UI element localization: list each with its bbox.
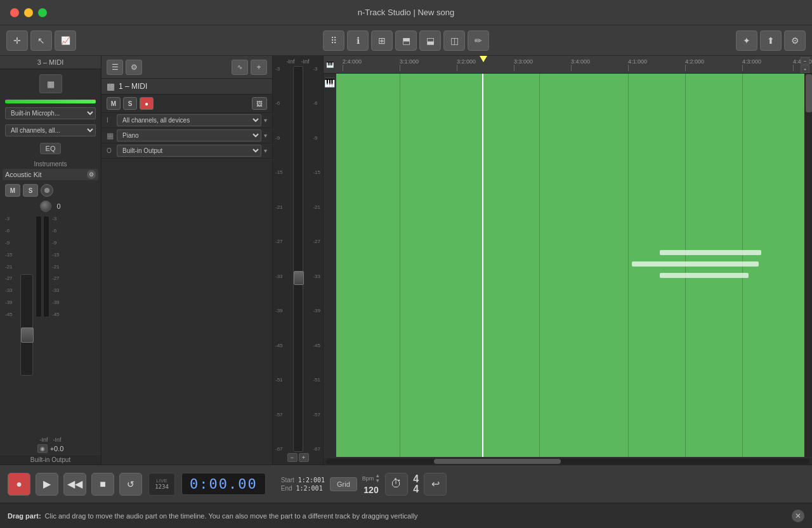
- tick-2: [400, 65, 400, 71]
- select-tool-button[interactable]: ↖: [30, 30, 52, 51]
- metronome-button[interactable]: ⏱: [385, 473, 408, 496]
- vu-scale-r21: -21: [52, 264, 65, 270]
- settings2-button[interactable]: ⚙: [126, 60, 142, 75]
- vu-scale-21: -21: [5, 264, 18, 270]
- side-fader-track[interactable]: [293, 66, 303, 452]
- side-fader-thumb[interactable]: [294, 271, 304, 285]
- minimize-button[interactable]: [24, 8, 33, 17]
- maximize-button[interactable]: [38, 8, 47, 17]
- status-close-button[interactable]: ✕: [792, 510, 804, 522]
- close-button[interactable]: [10, 8, 19, 17]
- hscroll-thumb[interactable]: [434, 459, 561, 464]
- timeline-zoom-plus[interactable]: +: [801, 65, 809, 73]
- side-scale-2: -6: [275, 100, 283, 106]
- solo-button[interactable]: S: [23, 184, 38, 197]
- marker-2: 3:1:000: [400, 58, 419, 65]
- channel-row: I All channels, all devices ▾: [102, 113, 272, 128]
- waveform-button[interactable]: ∿: [232, 60, 248, 75]
- track-title: 1 – MIDI: [119, 82, 147, 91]
- note-grid[interactable]: [336, 74, 812, 457]
- filter-button[interactable]: ☰: [107, 60, 123, 75]
- stop-button[interactable]: ■: [91, 473, 114, 496]
- vu-scale-r15: -15: [52, 252, 65, 258]
- tick-9: [793, 65, 794, 71]
- grid-button[interactable]: ⊞: [371, 30, 393, 51]
- track-record-button[interactable]: ●: [140, 97, 154, 110]
- track-solo-button[interactable]: S: [123, 97, 137, 110]
- track-mute-button[interactable]: M: [107, 97, 121, 110]
- volume-knob[interactable]: [40, 201, 51, 212]
- output-select[interactable]: Built-in Output: [117, 145, 261, 157]
- end-row: End 1:2:001: [281, 485, 325, 492]
- add-track-button[interactable]: +: [251, 60, 267, 75]
- rewind-button[interactable]: ◀◀: [63, 473, 86, 496]
- side-scale-1: -3: [275, 66, 283, 72]
- vscroll-track[interactable]: [804, 74, 812, 457]
- vu-scale-r6: -6: [52, 228, 65, 234]
- settings-button[interactable]: ⚙: [784, 30, 806, 51]
- volume-value: 0: [56, 201, 60, 212]
- track-image-button[interactable]: 🖼: [252, 97, 267, 110]
- side-scale-r11: -57: [313, 412, 320, 418]
- channel-select[interactable]: All channels, all...: [5, 124, 96, 136]
- mute-solo-row: M S: [0, 182, 101, 199]
- pen-button[interactable]: ✏: [468, 30, 489, 51]
- tick-6: [628, 65, 629, 71]
- piano-roll-content: 🎹: [324, 74, 812, 457]
- main-toolbar: ✛ ↖ 📈 ⠿ ℹ ⊞ ⬒ ⬓ ◫ ✏ ✦ ⬆: [0, 25, 812, 56]
- record-button[interactable]: ●: [8, 473, 30, 496]
- db-inf-left: -Inf: [39, 437, 48, 443]
- draw-tool-button[interactable]: 📈: [55, 30, 76, 51]
- piano-select[interactable]: Piano: [117, 129, 261, 142]
- all-channels-select[interactable]: All channels, all devices: [117, 114, 261, 126]
- stop-icon: ■: [100, 478, 106, 490]
- fader-track[interactable]: [20, 274, 33, 376]
- export-button[interactable]: ⬆: [760, 30, 782, 51]
- clip-button[interactable]: ⬒: [395, 30, 417, 51]
- info-button[interactable]: ℹ: [347, 30, 369, 51]
- acoustic-kit-gear-button[interactable]: ⚙: [87, 170, 96, 179]
- input-device-select[interactable]: Built-in Microph...: [5, 107, 96, 119]
- mixer-icon: ⠿: [331, 36, 337, 46]
- play-icon: ▶: [43, 478, 51, 490]
- zoom-minus-button[interactable]: −: [287, 453, 298, 462]
- window-controls: [10, 8, 47, 17]
- bpm-section: Bpm ▲ ▼ 120: [362, 473, 380, 495]
- vscroll-thumb[interactable]: [806, 74, 812, 112]
- timeline-ruler[interactable]: 2:4:000 3:1:000 3:2:000 3:3:000 3:4:000 …: [336, 56, 812, 73]
- timeline-zoom-minus[interactable]: −: [801, 57, 809, 65]
- grid-snap-button[interactable]: Grid: [330, 477, 357, 491]
- mixer-button[interactable]: ⠿: [323, 30, 344, 51]
- vu-scale-r33: -33: [52, 287, 65, 293]
- bpm-value[interactable]: 120: [363, 485, 378, 495]
- tools2-button[interactable]: ⬓: [419, 30, 441, 51]
- fader-thumb[interactable]: [21, 327, 34, 343]
- mute-button[interactable]: M: [5, 184, 20, 197]
- vu-side-label-1: -Inf: [286, 58, 294, 65]
- connect-button[interactable]: ✦: [736, 30, 757, 51]
- loop-button[interactable]: ↺: [119, 473, 142, 496]
- db-display: +0.0: [50, 445, 64, 452]
- song-loop-button[interactable]: ↩: [424, 473, 447, 496]
- vu-scale-r27: -27: [52, 275, 65, 281]
- zoom-plus-button[interactable]: +: [299, 453, 309, 462]
- bpm-down-button[interactable]: ▼: [375, 478, 380, 484]
- vu-scale-33: -33: [5, 287, 18, 293]
- side-scale-4: -15: [275, 169, 283, 175]
- piano-key-mini: 🎹: [326, 61, 334, 68]
- eq-button[interactable]: EQ: [40, 143, 62, 154]
- time-sig-num: 4: [413, 474, 419, 484]
- play-button[interactable]: ▶: [36, 473, 58, 496]
- note-3[interactable]: [660, 273, 749, 278]
- track-msr-row: M S ● 🖼: [102, 95, 272, 113]
- transport-info: Start 1:2:001 End 1:2:001: [281, 477, 325, 492]
- note-1[interactable]: [660, 250, 761, 255]
- note-2[interactable]: [632, 261, 759, 267]
- move-tool-button[interactable]: ✛: [6, 30, 28, 51]
- marker-1: 2:4:000: [343, 58, 362, 65]
- tools3-button[interactable]: ◫: [443, 30, 465, 51]
- info-icon: ℹ: [357, 36, 360, 46]
- monitor-button[interactable]: [41, 184, 53, 197]
- filter-icon: ☰: [112, 63, 119, 72]
- side-scale-r12: -67: [313, 446, 320, 452]
